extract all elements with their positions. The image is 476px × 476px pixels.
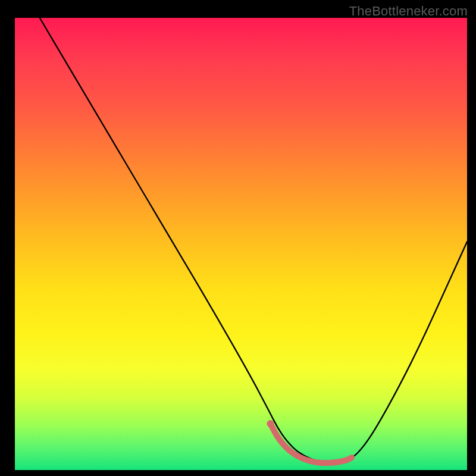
bottleneck-curve xyxy=(40,18,467,464)
fit-highlight xyxy=(270,424,352,463)
chart-stage: TheBottleneker.com xyxy=(0,0,476,476)
chart-overlay xyxy=(15,18,467,470)
fit-start-dot xyxy=(267,420,274,427)
plot-area xyxy=(15,18,467,470)
watermark-text: TheBottleneker.com xyxy=(349,4,468,19)
